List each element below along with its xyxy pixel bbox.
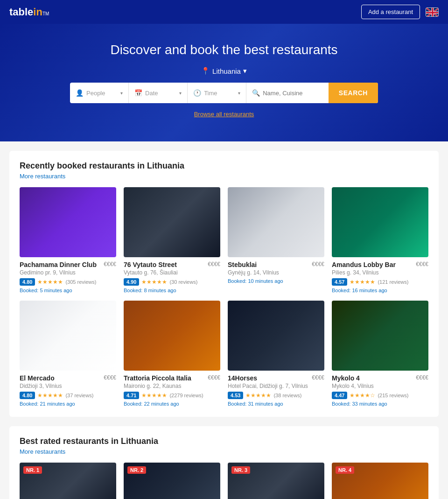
restaurant-card[interactable]: 14Horses €€€€ Hotel Pacai, Didžioji g. 7… <box>228 301 324 407</box>
name-cuisine-field[interactable]: 🔍 <box>246 83 329 103</box>
restaurant-address: Maironio g. 22, Kaunas <box>124 383 220 389</box>
date-arrow-icon: ▾ <box>179 91 182 96</box>
nr-badge: NR. 4 <box>336 466 354 474</box>
reviews-text: (37 reviews) <box>65 393 93 398</box>
restaurant-name: 76 Vytauto Street <box>124 261 177 268</box>
restaurant-name: Pachamama Dinner Club <box>20 261 97 268</box>
restaurant-address: Mykolo 4, Vilnius <box>332 383 428 389</box>
restaurant-card[interactable]: El Mercado €€€€ Didžioji 3, Vilnius 4.80… <box>20 301 116 407</box>
people-field[interactable]: 👤 People ▾ <box>70 83 129 103</box>
nr-badge: NR. 1 <box>23 466 42 474</box>
date-label: Date <box>145 90 158 97</box>
nr-badge: NR. 2 <box>127 466 146 474</box>
rating-row: 4.90 ★★★★★ (30 reviews) <box>124 278 220 286</box>
name-cuisine-input[interactable] <box>263 90 323 97</box>
logo-tm-text: TM <box>42 11 49 16</box>
best-rated-card[interactable]: NR. 3 <box>228 463 324 499</box>
restaurant-name: Trattoria Piccola Italia <box>124 374 191 382</box>
logo-in-text: in <box>33 6 42 18</box>
stars-icon: ★★★★★ <box>350 279 375 285</box>
restaurant-address: Didžioji 3, Vilnius <box>20 383 116 389</box>
add-restaurant-button[interactable]: Add a restaurant <box>361 5 420 19</box>
restaurant-card[interactable]: Trattoria Piccola Italia €€€€ Maironio g… <box>124 301 220 407</box>
restaurant-name: Amandus Lobby Bar <box>332 261 396 268</box>
restaurant-price: €€€€ <box>312 261 324 267</box>
best-rated-title: Best rated restaurants in Lithuania <box>20 436 428 446</box>
reviews-text: (2279 reviews) <box>169 393 203 398</box>
rating-row: 4.53 ★★★★★ (38 reviews) <box>228 392 324 399</box>
restaurant-image <box>228 187 324 257</box>
date-field[interactable]: 📅 Date ▾ <box>129 83 188 103</box>
restaurant-card[interactable]: Stebuklai €€€€ Gynėjų g. 14, Vilnius Boo… <box>228 187 324 293</box>
best-rated-more-link[interactable]: More restaurants <box>20 448 428 455</box>
rating-row: 4.57 ★★★★★ (121 reviews) <box>332 278 428 286</box>
restaurant-card[interactable]: 76 Vytauto Street €€€€ Vytauto g. 76, Ši… <box>124 187 220 293</box>
header-right: Add a restaurant <box>361 5 439 19</box>
rating-badge: 4.71 <box>124 392 139 399</box>
location-pin-icon: 📍 <box>201 67 210 75</box>
logo-table-text: table <box>9 6 33 18</box>
booked-text: Booked: 10 minutes ago <box>228 278 324 284</box>
location-selector[interactable]: 📍 Lithuania ▾ <box>201 67 247 75</box>
booked-text: Booked: 33 minutes ago <box>332 401 428 407</box>
people-label: People <box>86 90 105 97</box>
reviews-text: (305 reviews) <box>65 279 96 285</box>
rating-badge: 4.80 <box>20 278 35 286</box>
recently-booked-section: Recently booked restaurants in Lithuania… <box>9 151 439 417</box>
restaurant-address: Pilies g. 34, Vilnius <box>332 269 428 276</box>
best-rated-grid: NR. 1 NR. 2 NR. 3 NR. 4 <box>20 463 428 499</box>
reviews-text: (38 reviews) <box>273 393 301 398</box>
restaurant-name-row: El Mercado €€€€ <box>20 374 116 382</box>
best-rated-section: Best rated restaurants in Lithuania More… <box>9 426 439 499</box>
restaurant-card[interactable]: Amandus Lobby Bar €€€€ Pilies g. 34, Vil… <box>332 187 428 293</box>
logo[interactable]: tableinTM <box>9 6 49 18</box>
reviews-text: (30 reviews) <box>169 279 197 285</box>
restaurant-address: Hotel Pacai, Didžioji g. 7, Vilnius <box>228 383 324 389</box>
restaurant-price: €€€€ <box>312 374 324 381</box>
restaurant-image <box>20 187 116 257</box>
rating-row: 4.71 ★★★★★ (2279 reviews) <box>124 392 220 399</box>
best-rated-card[interactable]: NR. 2 <box>124 463 220 499</box>
restaurant-name-row: 14Horses €€€€ <box>228 374 324 382</box>
best-rated-card[interactable]: NR. 4 <box>332 463 428 499</box>
best-rated-card[interactable]: NR. 1 <box>20 463 116 499</box>
restaurant-image <box>124 301 220 371</box>
people-arrow-icon: ▾ <box>120 91 123 96</box>
best-rated-image: NR. 4 <box>332 463 428 499</box>
stars-icon: ★★★★★ <box>141 392 167 399</box>
restaurant-image <box>332 187 428 257</box>
restaurant-card[interactable]: Mykolo 4 €€€€ Mykolo 4, Vilnius 4.47 ★★★… <box>332 301 428 407</box>
hero-title: Discover and book the best restaurants <box>9 42 439 57</box>
restaurant-name-row: Stebuklai €€€€ <box>228 261 324 268</box>
restaurant-price: €€€€ <box>208 261 220 267</box>
browse-all-link[interactable]: Browse all restaurants <box>194 111 254 118</box>
restaurant-address: Gedimino pr. 9, Vilnius <box>20 269 116 276</box>
recently-booked-title: Recently booked restaurants in Lithuania <box>20 161 428 171</box>
booked-text: Booked: 31 minutes ago <box>228 401 324 407</box>
rating-badge: 4.47 <box>332 392 347 399</box>
search-icon: 🔍 <box>252 89 260 97</box>
main-content: Recently booked restaurants in Lithuania… <box>0 141 448 499</box>
restaurant-image <box>228 301 324 371</box>
language-flag-icon[interactable] <box>426 7 439 17</box>
recently-booked-more-link[interactable]: More restaurants <box>20 173 428 180</box>
location-arrow-icon: ▾ <box>243 67 247 75</box>
time-field[interactable]: 🕐 Time ▾ <box>188 83 246 103</box>
restaurant-image <box>124 187 220 257</box>
restaurant-price: €€€€ <box>208 374 220 381</box>
stars-icon: ★★★★★ <box>37 392 63 399</box>
booked-text: Booked: 22 minutes ago <box>124 401 220 407</box>
stars-icon: ★★★★★ <box>37 279 63 285</box>
restaurant-image <box>20 301 116 371</box>
restaurant-name-row: Trattoria Piccola Italia €€€€ <box>124 374 220 382</box>
rating-row: 4.80 ★★★★★ (37 reviews) <box>20 392 116 399</box>
calendar-icon: 📅 <box>134 89 142 97</box>
search-button[interactable]: SEARCH <box>329 83 378 103</box>
restaurant-name-row: Mykolo 4 €€€€ <box>332 374 428 382</box>
restaurant-name: El Mercado <box>20 374 55 382</box>
stars-icon: ★★★★★ <box>245 392 271 399</box>
restaurant-price: €€€€ <box>104 374 116 381</box>
restaurant-card[interactable]: Pachamama Dinner Club €€€€ Gedimino pr. … <box>20 187 116 293</box>
time-arrow-icon: ▾ <box>238 91 240 96</box>
booked-text: Booked: 5 minutes ago <box>20 288 116 293</box>
